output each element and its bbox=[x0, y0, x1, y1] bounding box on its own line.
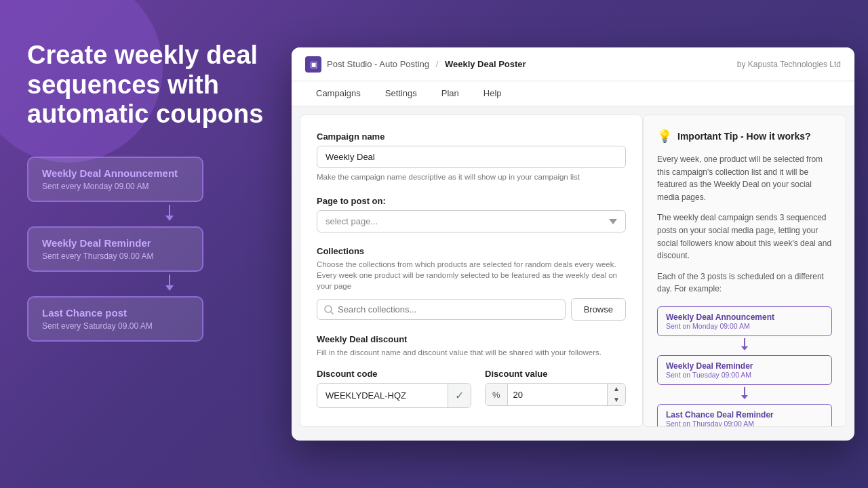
header-brand: by Kapusta Technologies Ltd bbox=[737, 60, 841, 69]
breadcrumb-separator: / bbox=[436, 59, 439, 69]
breadcrumb-page-title: Weekly Deal Poster bbox=[445, 59, 526, 69]
campaign-name-group: Campaign name Make the campaign name des… bbox=[317, 131, 626, 182]
tab-settings[interactable]: Settings bbox=[374, 81, 428, 106]
nav-tabs: Campaigns Settings Plan Help bbox=[292, 81, 854, 106]
sequence-list: Weekly Deal Announcement Sent every Mond… bbox=[27, 157, 271, 342]
sequence-item-3-title: Last Chance post bbox=[42, 307, 189, 319]
discount-row: Discount code ✓ Discount value % ▲ bbox=[317, 369, 626, 408]
collections-group: Collections Choose the collections from … bbox=[317, 246, 626, 321]
tab-plan[interactable]: Plan bbox=[431, 81, 470, 106]
app-header: ▣ Post Studio - Auto Posting / Weekly De… bbox=[292, 47, 854, 81]
campaign-name-label: Campaign name bbox=[317, 131, 626, 142]
tip-paragraph-1: Every week, one product will be selected… bbox=[657, 153, 832, 203]
search-collections-input[interactable] bbox=[338, 304, 558, 314]
info-panel: 💡 Important Tip - How it works? Every we… bbox=[643, 115, 846, 427]
tip-paragraph-2: The weekly deal campaign sends 3 sequenc… bbox=[657, 211, 832, 262]
discount-code-col: Discount code ✓ bbox=[317, 369, 471, 408]
sequence-item-3-sub: Sent every Saturday 09.00 AM bbox=[42, 321, 189, 331]
form-panel: Campaign name Make the campaign name des… bbox=[300, 115, 643, 427]
tip-paragraph-3: Each of the 3 posts is scheduled on a di… bbox=[657, 270, 832, 296]
page-select-label: Page to post on: bbox=[317, 196, 626, 206]
sequence-item-1: Weekly Deal Announcement Sent every Mond… bbox=[27, 157, 203, 202]
diagram-item-3-title: Last Chance Deal Reminder bbox=[666, 410, 823, 420]
discount-label: Weekly Deal discount bbox=[317, 334, 626, 344]
discount-value-col: Discount value % ▲ ▼ bbox=[485, 369, 626, 408]
discount-number-input[interactable] bbox=[508, 384, 608, 405]
arrow-1 bbox=[68, 205, 271, 224]
percent-label: % bbox=[486, 384, 508, 405]
stepper-down-button[interactable]: ▼ bbox=[608, 394, 625, 405]
diagram-item-1: Weekly Deal Announcement Sent on Monday … bbox=[657, 306, 832, 336]
discount-stepper: ▲ ▼ bbox=[607, 384, 625, 405]
discount-desc: Fill in the discount name and discount v… bbox=[317, 347, 626, 358]
search-bar: Browse bbox=[317, 298, 626, 321]
diagram-item-2-sub: Sent on Tuesday 09:00 AM bbox=[666, 371, 823, 379]
discount-group: Weekly Deal discount Fill in the discoun… bbox=[317, 334, 626, 408]
app-panel: ▣ Post Studio - Auto Posting / Weekly De… bbox=[292, 47, 854, 441]
diagram-item-1-sub: Sent on Monday 09:00 AM bbox=[666, 322, 823, 330]
diagram-item-2-title: Weekly Deal Reminder bbox=[666, 361, 823, 371]
tab-campaigns[interactable]: Campaigns bbox=[305, 81, 372, 106]
sequence-item-1-title: Weekly Deal Announcement bbox=[42, 167, 189, 179]
sequence-item-1-sub: Sent every Monday 09.00 AM bbox=[42, 182, 189, 191]
campaign-name-hint: Make the campaign name descriptive as it… bbox=[317, 171, 626, 182]
sequence-item-2-title: Weekly Deal Reminder bbox=[42, 237, 189, 249]
search-input-wrap bbox=[317, 299, 566, 320]
svg-line-1 bbox=[331, 312, 333, 314]
discount-value-label: Discount value bbox=[485, 369, 626, 379]
diagram-item-1-title: Weekly Deal Announcement bbox=[666, 312, 823, 322]
collections-label: Collections bbox=[317, 246, 626, 256]
discount-code-wrap: ✓ bbox=[317, 383, 471, 408]
discount-code-input[interactable] bbox=[317, 385, 448, 406]
left-panel: Create weekly deal sequences with automa… bbox=[27, 41, 271, 342]
tip-icon: 💡 bbox=[657, 129, 672, 144]
diagram-item-3: Last Chance Deal Reminder Sent on Thursd… bbox=[657, 404, 832, 427]
page-select-group: Page to post on: select page... bbox=[317, 196, 626, 232]
diagram-item-2: Weekly Deal Reminder Sent on Tuesday 09:… bbox=[657, 355, 832, 385]
header-left: ▣ Post Studio - Auto Posting / Weekly De… bbox=[305, 56, 526, 73]
app-icon: ▣ bbox=[305, 56, 321, 73]
collections-desc: Choose the collections from which produc… bbox=[317, 259, 626, 291]
diagram-arrow-2 bbox=[657, 387, 832, 402]
browse-button[interactable]: Browse bbox=[571, 298, 626, 321]
page-select[interactable]: select page... bbox=[317, 210, 626, 232]
campaign-name-input[interactable] bbox=[317, 146, 626, 168]
breadcrumb: Post Studio - Auto Posting / Weekly Deal… bbox=[327, 59, 526, 69]
breadcrumb-app-name: Post Studio - Auto Posting bbox=[327, 59, 429, 69]
tab-help[interactable]: Help bbox=[473, 81, 513, 106]
tip-title: Important Tip - How it works? bbox=[677, 131, 811, 142]
diagram: Weekly Deal Announcement Sent on Monday … bbox=[657, 306, 832, 427]
diagram-item-3-sub: Sent on Thursday 09:00 AM bbox=[666, 420, 823, 427]
app-icon-symbol: ▣ bbox=[310, 60, 317, 69]
sequence-item-2-sub: Sent every Thursday 09.00 AM bbox=[42, 251, 189, 261]
arrow-2 bbox=[68, 274, 271, 293]
app-content: Campaign name Make the campaign name des… bbox=[292, 106, 854, 435]
discount-check-icon: ✓ bbox=[448, 384, 471, 407]
stepper-up-button[interactable]: ▲ bbox=[608, 384, 625, 394]
sequence-item-2: Weekly Deal Reminder Sent every Thursday… bbox=[27, 226, 203, 272]
tip-header: 💡 Important Tip - How it works? bbox=[657, 129, 832, 144]
search-icon bbox=[324, 305, 334, 314]
main-heading: Create weekly deal sequences with automa… bbox=[27, 41, 271, 129]
diagram-arrow-1 bbox=[657, 338, 832, 353]
discount-value-wrap: % ▲ ▼ bbox=[485, 383, 626, 406]
sequence-item-3: Last Chance post Sent every Saturday 09.… bbox=[27, 296, 203, 342]
discount-code-label: Discount code bbox=[317, 369, 471, 379]
